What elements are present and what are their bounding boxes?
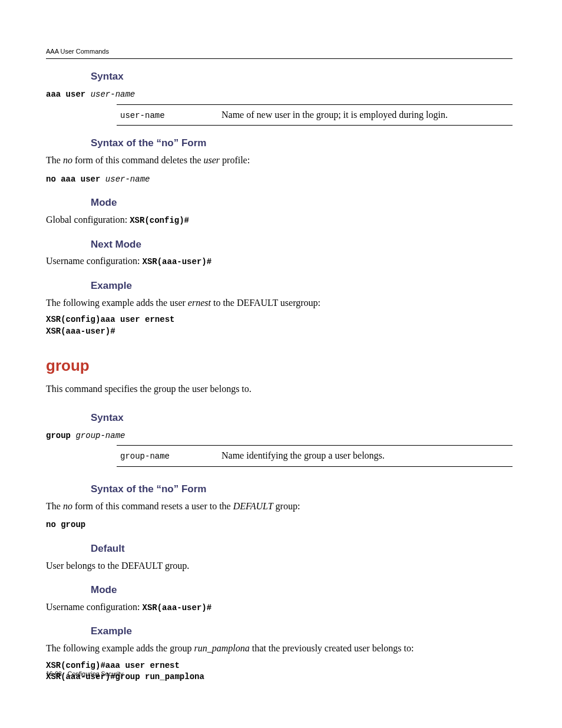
mode-prompt: XSR(config)# — [130, 216, 189, 225]
text: group: — [273, 501, 300, 511]
example-text: The following example adds the user erne… — [46, 297, 513, 309]
no-cmd: no group — [46, 520, 85, 529]
heading-next-mode: Next Mode — [91, 238, 513, 252]
heading-default: Default — [91, 542, 513, 556]
running-header: AAA User Commands — [46, 47, 513, 59]
no-cmd-arg: user-name — [105, 174, 150, 184]
mode-text: Username configuration: XSR(aaa-user)# — [46, 601, 513, 614]
no-form-text: The no form of this command deletes the … — [46, 154, 513, 167]
text-italic: run_pamplona — [194, 643, 250, 653]
heading-syntax: Syntax — [91, 411, 513, 425]
text-italic: ernest — [188, 298, 211, 308]
next-mode-prompt: XSR(aaa-user)# — [143, 257, 212, 266]
text: Global configuration: — [46, 215, 130, 225]
heading-example: Example — [91, 279, 513, 293]
mode-text: Global configuration: XSR(config)# — [46, 213, 513, 227]
param-desc: Name identifying the group a user belong… — [222, 450, 385, 460]
command-description: This command specifies the group the use… — [46, 383, 513, 396]
page-footer: 16-98Configuring Security — [46, 670, 123, 678]
page-number: 16-98 — [46, 670, 62, 677]
heading-no-form: Syntax of the “no” Form — [91, 482, 513, 496]
text: The following example adds the group — [46, 643, 194, 653]
no-form-text: The no form of this command resets a use… — [46, 500, 513, 513]
text: to the DEFAULT usergroup: — [211, 298, 320, 308]
syntax-cmd-keyword: group — [46, 431, 75, 440]
text: The — [46, 155, 63, 165]
heading-mode: Mode — [91, 196, 513, 210]
text: Username configuration: — [46, 256, 143, 266]
table-row: user-name Name of new user in the group;… — [117, 107, 513, 123]
text: profile: — [220, 155, 250, 165]
param-name: group-name — [120, 452, 170, 461]
heading-no-form: Syntax of the “no” Form — [91, 136, 513, 150]
next-mode-text: Username configuration: XSR(aaa-user)# — [46, 255, 513, 268]
heading-mode: Mode — [91, 583, 513, 597]
text: The — [46, 501, 63, 511]
text-italic: no — [63, 501, 72, 511]
syntax-cmd-arg: group-name — [75, 431, 125, 440]
example-text: The following example adds the group run… — [46, 642, 513, 655]
param-name: user-name — [120, 111, 165, 120]
command-heading-group: group — [46, 355, 513, 376]
example-line: XSR(config)aaa user ernest — [46, 314, 513, 326]
heading-syntax: Syntax — [91, 70, 513, 84]
table-row: group-name Name identifying the group a … — [117, 448, 513, 464]
syntax-cmd-keyword: aaa user — [46, 90, 91, 99]
text-italic: user — [203, 155, 220, 165]
text-italic: DEFAULT — [233, 501, 273, 511]
text: form of this command resets a user to th… — [72, 501, 233, 511]
default-text: User belongs to the DEFAULT group. — [46, 559, 513, 572]
text: The following example adds the user — [46, 298, 188, 308]
syntax-cmd-arg: user-name — [91, 90, 135, 99]
example-line: XSR(aaa-user)# — [46, 326, 513, 338]
heading-example: Example — [91, 624, 513, 638]
text: that the previously created user belongs… — [250, 643, 414, 653]
param-desc: Name of new user in the group; it is emp… — [222, 110, 448, 120]
text-italic: no — [63, 155, 72, 165]
footer-title: Configuring Security — [68, 670, 124, 677]
no-cmd-keyword: no aaa user — [46, 174, 105, 184]
param-table: user-name Name of new user in the group;… — [117, 104, 513, 126]
mode-prompt: XSR(aaa-user)# — [143, 603, 212, 612]
text: form of this command deletes the — [72, 155, 204, 165]
text: Username configuration: — [46, 602, 143, 612]
param-table: group-name Name identifying the group a … — [117, 445, 513, 467]
